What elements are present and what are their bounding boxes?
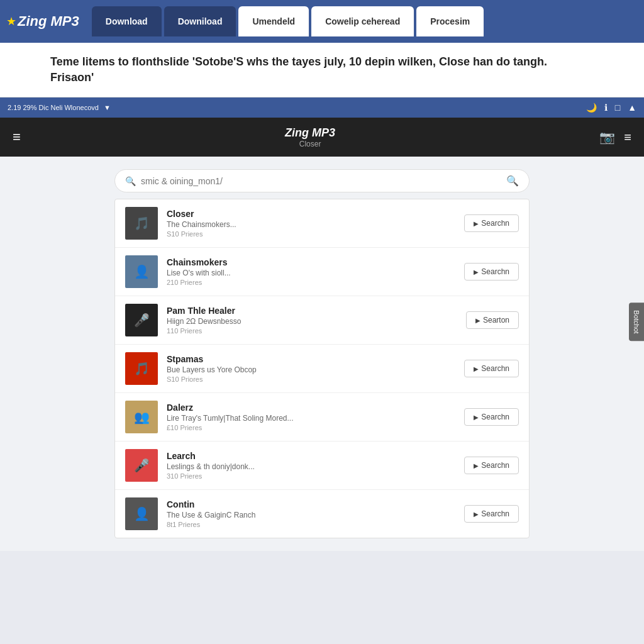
song-thumb-5: 🎤 bbox=[125, 449, 158, 482]
square-icon[interactable]: □ bbox=[615, 103, 620, 113]
song-count-2: 110 Prieres bbox=[167, 327, 457, 335]
tab-cowelip[interactable]: Cowelip ceheread bbox=[311, 6, 414, 36]
search-left-icon: 🔍 bbox=[125, 176, 136, 186]
app-logo-name: Zing MP3 bbox=[285, 126, 335, 140]
moon-icon[interactable]: 🌙 bbox=[586, 103, 597, 113]
article-title-area: Teme litems to flonthslide 'Sotobe'S whs… bbox=[0, 43, 644, 97]
song-item-4: 👥 Dalerz Lire Tray's Tumly|That Soling M… bbox=[115, 393, 529, 441]
app-window-controls: 🌙 ℹ □ ▲ bbox=[586, 103, 636, 113]
app-logo-center: Zing MP3 Closer bbox=[285, 126, 335, 148]
search-btn-arrow-4: ▶ bbox=[474, 414, 479, 421]
song-artist-6: The Use & GaiginC Ranch bbox=[167, 511, 455, 519]
song-thumb-0: 🎵 bbox=[125, 207, 158, 240]
song-count-4: £10 Prieres bbox=[167, 424, 455, 431]
song-item-3: 🎵 Stpamas Bue Layers us Yore Obcop S10 P… bbox=[115, 345, 529, 393]
search-btn-arrow-3: ▶ bbox=[474, 365, 479, 372]
song-info-0: Closer The Chainsmokers... S10 Prieres bbox=[167, 209, 455, 238]
song-count-0: S10 Prieres bbox=[167, 230, 455, 238]
search-btn-arrow-6: ▶ bbox=[474, 511, 479, 518]
hamburger-menu-icon[interactable]: ≡ bbox=[13, 129, 21, 145]
tab-procesim[interactable]: Procesim bbox=[416, 6, 484, 36]
song-item-5: 🎤 Learch Leslings & th doniy|donk... 310… bbox=[115, 441, 529, 490]
song-title-3: Stpamas bbox=[167, 354, 455, 364]
info-icon[interactable]: ℹ bbox=[604, 103, 608, 113]
search-input[interactable] bbox=[141, 176, 501, 186]
tab-umendeld[interactable]: Umendeld bbox=[238, 6, 309, 36]
app-header: ≡ Zing MP3 Closer 📷 ≡ bbox=[0, 118, 644, 157]
song-info-4: Dalerz Lire Tray's Tumly|That Soling Mor… bbox=[167, 402, 455, 431]
song-list-inner: 🎵 Closer The Chainsmokers... S10 Prieres… bbox=[114, 199, 530, 538]
search-btn-arrow-1: ▶ bbox=[474, 269, 479, 275]
song-item-0: 🎵 Closer The Chainsmokers... S10 Prieres… bbox=[115, 199, 529, 248]
song-search-btn-4[interactable]: ▶ Searchn bbox=[464, 408, 519, 426]
side-button[interactable]: Botchot bbox=[629, 303, 644, 341]
triangle-icon[interactable]: ▲ bbox=[628, 103, 636, 113]
song-search-btn-2[interactable]: ▶ Searton bbox=[466, 311, 519, 329]
song-info-6: Contin The Use & GaiginC Ranch 8t1 Prier… bbox=[167, 499, 455, 528]
song-info-2: Pam Thle Healer Hiign 2Ω Dewsnbesso 110 … bbox=[167, 306, 457, 335]
song-search-btn-1[interactable]: ▶ Searchn bbox=[464, 263, 519, 280]
search-btn-arrow-0: ▶ bbox=[474, 220, 479, 227]
song-count-3: S10 Priores bbox=[167, 375, 455, 383]
song-artist-5: Leslings & th doniy|donk... bbox=[167, 462, 455, 471]
search-btn-arrow-5: ▶ bbox=[474, 462, 479, 469]
song-count-6: 8t1 Prieres bbox=[167, 521, 455, 528]
song-info-5: Learch Leslings & th doniy|donk... 310 P… bbox=[167, 451, 455, 480]
tab-download[interactable]: Download bbox=[92, 6, 162, 36]
app-window-bar: 2.19 29% Dic Neli Wlonecovd ▼ 🌙 ℹ □ ▲ bbox=[0, 97, 644, 118]
filter-icon[interactable]: ▼ bbox=[104, 104, 111, 111]
app-logo-sub: Closer bbox=[285, 140, 335, 148]
camera-icon[interactable]: 📷 bbox=[599, 130, 615, 145]
tab-downiload[interactable]: Downiload bbox=[164, 6, 236, 36]
song-thumb-1: 👤 bbox=[125, 255, 158, 288]
song-count-1: 210 Prieres bbox=[167, 279, 455, 286]
search-container: 🔍 🔍 bbox=[0, 157, 644, 199]
song-search-btn-6[interactable]: ▶ Searchn bbox=[464, 505, 519, 523]
song-search-btn-3[interactable]: ▶ Searchn bbox=[464, 360, 519, 377]
song-artist-3: Bue Layers us Yore Obcop bbox=[167, 365, 455, 374]
logo-star-icon: ★ bbox=[6, 14, 16, 28]
menu-right-icon[interactable]: ≡ bbox=[624, 130, 631, 145]
song-search-btn-5[interactable]: ▶ Searchn bbox=[464, 457, 519, 474]
app-header-right: 📷 ≡ bbox=[599, 130, 631, 145]
top-nav: ★ Zing MP3 Download Downiload Umendeld C… bbox=[0, 0, 644, 43]
logo-area: ★ Zing MP3 bbox=[6, 13, 79, 30]
nav-tabs: Download Downiload Umendeld Cowelip cehe… bbox=[92, 6, 484, 36]
app-window-info: 2.19 29% Dic Neli Wlonecovd ▼ bbox=[8, 104, 111, 111]
song-title-1: Chainsmokers bbox=[167, 257, 455, 267]
search-btn-arrow-2: ▶ bbox=[475, 317, 480, 324]
song-title-0: Closer bbox=[167, 209, 455, 219]
search-right-icon[interactable]: 🔍 bbox=[506, 175, 519, 187]
song-item-2: 🎤 Pam Thle Healer Hiign 2Ω Dewsnbesso 11… bbox=[115, 296, 529, 345]
window-info-text: 2.19 29% Dic Neli Wlonecovd bbox=[8, 104, 99, 111]
song-title-2: Pam Thle Healer bbox=[167, 306, 457, 316]
song-title-5: Learch bbox=[167, 451, 455, 461]
song-thumb-6: 👤 bbox=[125, 497, 158, 530]
song-artist-2: Hiign 2Ω Dewsnbesso bbox=[167, 317, 457, 326]
logo-text: Zing MP3 bbox=[18, 13, 79, 30]
article-title: Teme litems to flonthslide 'Sotobe'S whs… bbox=[50, 54, 594, 86]
song-count-5: 310 Prieres bbox=[167, 472, 455, 480]
song-item-1: 👤 Chainsmokers Lise O's with sioll... 21… bbox=[115, 248, 529, 296]
song-info-3: Stpamas Bue Layers us Yore Obcop S10 Pri… bbox=[167, 354, 455, 383]
song-search-btn-0[interactable]: ▶ Searchn bbox=[464, 214, 519, 232]
song-artist-1: Lise O's with sioll... bbox=[167, 269, 455, 277]
song-thumb-4: 👥 bbox=[125, 401, 158, 433]
song-artist-4: Lire Tray's Tumly|That Soling Mored... bbox=[167, 414, 455, 423]
search-box: 🔍 🔍 bbox=[114, 169, 530, 192]
song-title-6: Contin bbox=[167, 499, 455, 509]
song-title-4: Dalerz bbox=[167, 402, 455, 413]
song-artist-0: The Chainsmokers... bbox=[167, 220, 455, 229]
song-list: 🎵 Closer The Chainsmokers... S10 Prieres… bbox=[0, 199, 644, 551]
song-item-6: 👤 Contin The Use & GaiginC Ranch 8t1 Pri… bbox=[115, 490, 529, 538]
song-thumb-2: 🎤 bbox=[125, 304, 158, 336]
song-info-1: Chainsmokers Lise O's with sioll... 210 … bbox=[167, 257, 455, 286]
song-thumb-3: 🎵 bbox=[125, 352, 158, 385]
